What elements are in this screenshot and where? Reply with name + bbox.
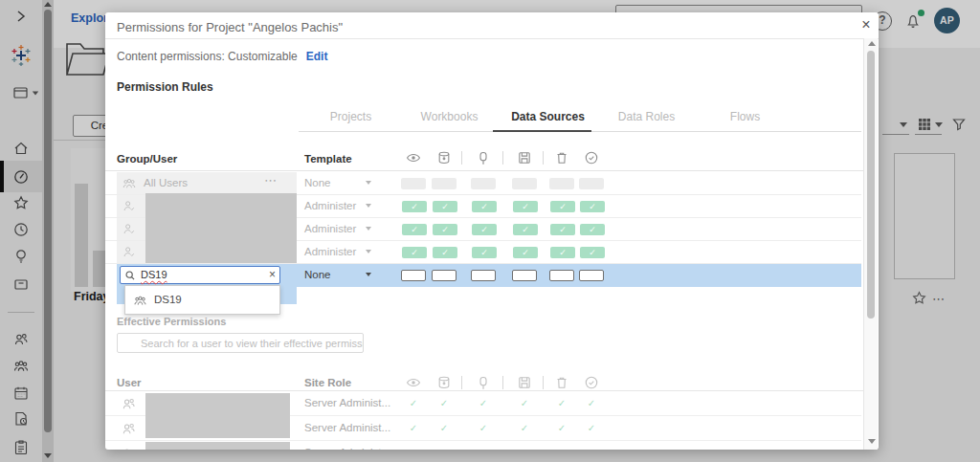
users-icon	[121, 421, 137, 437]
set-permissions-icon	[584, 150, 599, 165]
scroll-up-icon[interactable]	[868, 41, 876, 46]
capability-box[interactable]	[512, 178, 537, 189]
connect-db-icon	[436, 375, 452, 390]
search-input-value: DS19	[141, 269, 167, 280]
capability-box-allowed[interactable]	[513, 201, 538, 212]
capability-box-allowed[interactable]	[513, 224, 538, 235]
tab-data-roles[interactable]: Data Roles	[597, 108, 696, 131]
template-select[interactable]: Administer	[304, 246, 356, 257]
capability-box[interactable]	[471, 178, 496, 189]
capability-box-allowed[interactable]	[433, 201, 457, 212]
site-role-header: Site Role	[304, 377, 351, 388]
capability-separator	[461, 151, 462, 165]
capability-box[interactable]	[579, 178, 604, 189]
site-role-value: Server Administ...	[304, 397, 390, 408]
capability-box-allowed[interactable]	[472, 247, 497, 258]
close-icon[interactable]: ×	[858, 16, 875, 33]
connect-db-icon	[436, 150, 452, 165]
capability-box-allowed[interactable]	[580, 201, 605, 212]
capability-box-unset[interactable]	[549, 270, 574, 281]
user-check-icon	[122, 245, 137, 260]
capability-separator	[543, 151, 544, 165]
dialog-scrollbar-thumb[interactable]	[867, 51, 875, 319]
capability-box-allowed[interactable]	[580, 247, 605, 258]
capability-separator	[502, 151, 503, 165]
save-icon	[517, 375, 532, 390]
capability-box-unset[interactable]	[401, 270, 426, 281]
template-select[interactable]: None	[304, 269, 331, 280]
capability-separator	[461, 376, 462, 389]
tab-workbooks[interactable]: Workbooks	[400, 108, 499, 131]
allowed-check-icon	[584, 423, 599, 433]
allowed-check-icon	[517, 398, 532, 408]
active-tab-indicator	[493, 130, 591, 133]
template-caret-icon[interactable]	[366, 250, 371, 253]
permission-rules-heading: Permission Rules	[117, 80, 213, 94]
row-more-menu-icon[interactable]: ⋯	[264, 173, 278, 187]
template-select[interactable]: Administer	[304, 200, 356, 211]
permissions-dialog: Permissions for Project "Angelos Pachis"…	[105, 12, 879, 450]
edit-link[interactable]: Edit	[306, 50, 328, 63]
capability-box-allowed[interactable]	[472, 224, 497, 235]
template-select[interactable]: Administer	[304, 223, 356, 234]
effective-permissions-heading: Effective Permissions	[117, 316, 226, 327]
capability-box[interactable]	[401, 178, 426, 189]
delete-icon	[554, 150, 569, 165]
redacted-names-block	[145, 393, 290, 438]
dialog-title: Permissions for Project "Angelos Pachis"	[117, 20, 343, 34]
redacted-names-block	[145, 442, 290, 450]
capability-box-allowed[interactable]	[513, 247, 538, 258]
capability-box-allowed[interactable]	[550, 201, 575, 212]
site-role-value: Server Administ...	[304, 422, 390, 433]
capability-box-allowed[interactable]	[402, 224, 427, 235]
search-results-dropdown: DS19	[124, 285, 280, 315]
scroll-down-icon[interactable]	[868, 439, 876, 444]
capability-box-unset[interactable]	[579, 270, 604, 281]
capability-separator	[543, 376, 544, 389]
allowed-check-icon	[584, 398, 599, 408]
tab-flows[interactable]: Flows	[696, 108, 794, 131]
capability-box[interactable]	[549, 178, 574, 189]
user-header: User	[117, 377, 142, 388]
group-user-header: Group/User	[117, 153, 177, 165]
site-role-value: Server Administ...	[304, 447, 390, 450]
view-icon	[406, 375, 421, 390]
template-header: Template	[304, 153, 352, 165]
capability-box-unset[interactable]	[471, 270, 496, 281]
dropdown-item-ds19[interactable]: DS19	[154, 294, 182, 305]
capability-box-allowed[interactable]	[550, 247, 575, 258]
web-edit-icon	[476, 375, 491, 390]
allowed-check-icon	[476, 423, 491, 433]
allowed-check-icon	[476, 398, 491, 408]
allowed-check-icon	[517, 423, 532, 433]
allowed-check-icon	[406, 423, 421, 433]
capability-box[interactable]	[432, 178, 457, 189]
capability-box-allowed[interactable]	[433, 247, 457, 258]
template-caret-icon[interactable]	[366, 273, 371, 276]
content-permissions-text: Content permissions: Customizable	[117, 50, 298, 63]
allowed-check-icon	[436, 423, 452, 433]
template-caret-icon[interactable]	[366, 181, 371, 185]
table-header-divider	[105, 170, 863, 171]
template-caret-icon[interactable]	[366, 204, 371, 208]
clear-search-icon[interactable]: ×	[269, 268, 276, 281]
template-select[interactable]: None	[304, 177, 331, 188]
capability-box-allowed[interactable]	[402, 247, 427, 258]
group-name: All Users	[144, 177, 188, 188]
capability-box-allowed[interactable]	[433, 224, 457, 235]
effective-permissions-search-input[interactable]	[117, 333, 364, 353]
title-divider	[105, 38, 879, 39]
capability-box-allowed[interactable]	[402, 201, 427, 212]
view-icon	[406, 150, 421, 165]
capability-box-allowed[interactable]	[550, 224, 575, 235]
capability-box-allowed[interactable]	[580, 224, 605, 235]
tab-data-sources[interactable]: Data Sources	[499, 108, 597, 131]
template-caret-icon[interactable]	[366, 227, 371, 231]
capability-box-unset[interactable]	[432, 270, 457, 281]
tab-projects[interactable]: Projects	[301, 108, 400, 131]
capability-box-unset[interactable]	[512, 270, 537, 281]
capability-box-allowed[interactable]	[472, 201, 497, 212]
search-icon	[124, 270, 136, 281]
group-user-search-input[interactable]: DS19 ×	[120, 266, 280, 284]
group-icon	[122, 176, 137, 191]
